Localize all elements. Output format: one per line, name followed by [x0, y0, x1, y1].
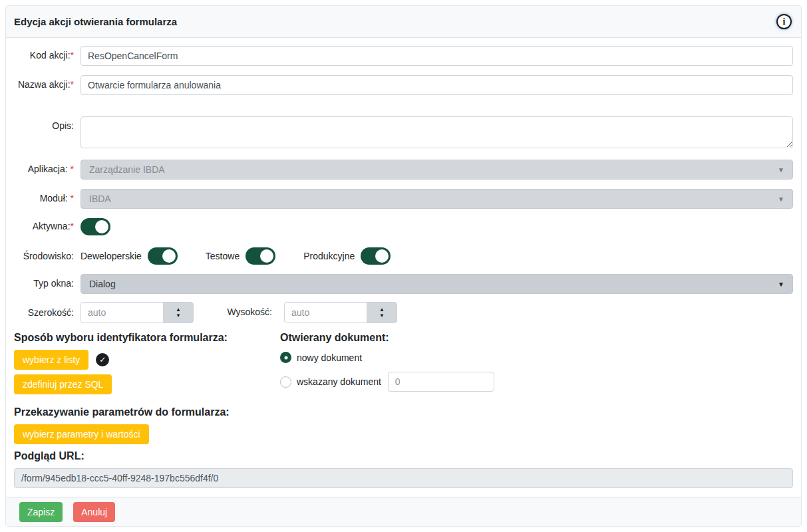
typ-okna-value: Dialog: [89, 279, 778, 289]
spinner-down-icon[interactable]: ▼: [176, 313, 181, 319]
typ-okna-select[interactable]: Dialog ▼: [81, 274, 793, 294]
nazwa-akcji-label: Nazwa akcji:*: [14, 75, 74, 91]
env-deweloperskie: Deweloperskie: [81, 247, 178, 265]
aplikacja-value: Zarządzanie IBDA: [89, 164, 778, 175]
modul-label: Moduł: *: [14, 189, 74, 205]
produkcyjne-toggle[interactable]: [361, 247, 391, 265]
szerokosc-spin-buttons: ▲ ▼: [164, 303, 193, 323]
required-asterisk: *: [71, 164, 74, 174]
parameters-section: Przekazywanie parametrów do formularza: …: [14, 406, 793, 444]
wskazany-dokument-label: wskazany dokument: [297, 376, 381, 387]
chevron-down-icon: ▼: [778, 166, 784, 174]
modul-value: IBDA: [89, 194, 778, 204]
row-opis: Opis:: [14, 116, 793, 150]
wybierz-parametry-button[interactable]: wybierz parametry i wartości: [14, 424, 149, 444]
sections-columns: Sposób wyboru identyfikatora formularza:…: [14, 332, 793, 400]
row-dimensions: Szerokość: ▲ ▼ Wysokość: ▲ ▼: [14, 302, 793, 323]
required-asterisk: *: [71, 50, 74, 61]
testowe-label: Testowe: [206, 251, 240, 261]
aktywna-toggle[interactable]: [81, 218, 110, 235]
parameters-heading: Przekazywanie parametrów do formularza:: [14, 406, 793, 418]
spinner-up-icon[interactable]: ▲: [379, 307, 385, 313]
wysokosc-spinner: ▲ ▼: [284, 302, 397, 323]
edit-action-panel: Edycja akcji otwierania formularza i Kod…: [5, 5, 802, 527]
wysokosc-spin-buttons: ▲ ▼: [367, 303, 397, 323]
check-icon: ✓: [96, 353, 109, 366]
szerokosc-spinner: ▲ ▼: [81, 302, 194, 323]
spinner-down-icon[interactable]: ▼: [379, 313, 385, 319]
produkcyjne-label: Produkcyjne: [303, 251, 355, 261]
row-modul: Moduł: * IBDA ▼: [14, 189, 793, 209]
szerokosc-label: Szerokość:: [14, 302, 74, 319]
document-section: Otwierany dokument: nowy dokument wskaza…: [280, 332, 793, 400]
zdefiniuj-przez-sql-button[interactable]: zdefiniuj przez SQL: [14, 374, 112, 394]
deweloperskie-label: Deweloperskie: [81, 251, 142, 261]
chevron-down-icon: ▼: [778, 196, 784, 203]
panel-header: Edycja akcji otwierania formularza i: [6, 6, 801, 38]
spinner-up-icon[interactable]: ▲: [176, 307, 181, 313]
row-kod-akcji: Kod akcji:*: [14, 46, 793, 66]
cancel-button[interactable]: Anuluj: [73, 502, 115, 522]
chevron-down-icon: ▼: [778, 281, 784, 288]
wysokosc-input[interactable]: [285, 303, 367, 323]
row-typ-okna: Typ okna: Dialog ▼: [14, 274, 793, 294]
required-asterisk: *: [71, 221, 74, 231]
nowy-dokument-option: nowy dokument: [280, 352, 793, 363]
page-title: Edycja akcji otwierania formularza: [14, 16, 177, 27]
testowe-toggle[interactable]: [245, 247, 275, 265]
nowy-dokument-label: nowy dokument: [297, 352, 362, 363]
identifier-section: Sposób wyboru identyfikatora formularza:…: [14, 332, 280, 400]
wybierz-z-listy-button[interactable]: wybierz z listy: [14, 350, 88, 370]
row-aktywna: Aktywna:*: [14, 218, 793, 235]
nowy-dokument-radio[interactable]: [280, 352, 291, 363]
env-testowe: Testowe: [206, 247, 275, 265]
save-button[interactable]: Zapisz: [19, 502, 63, 522]
opis-label: Opis:: [14, 116, 74, 132]
required-asterisk: *: [71, 193, 74, 203]
panel-footer: Zapisz Anuluj: [6, 497, 801, 526]
deweloperskie-toggle[interactable]: [148, 247, 178, 265]
aplikacja-label: Aplikacja: *: [14, 160, 74, 176]
wskazany-dokument-radio[interactable]: [280, 376, 291, 388]
row-aplikacja: Aplikacja: * Zarządzanie IBDA ▼: [14, 160, 793, 180]
aktywna-label: Aktywna:*: [14, 218, 74, 233]
env-produkcyjne: Produkcyjne: [303, 247, 391, 265]
row-nazwa-akcji: Nazwa akcji:*: [14, 75, 793, 95]
url-preview-heading: Podgląd URL:: [14, 450, 793, 462]
url-preview-value: /form/945edb18-ccc5-40ff-9248-197bc556df…: [14, 468, 793, 488]
document-id-input[interactable]: [388, 372, 494, 392]
opis-textarea[interactable]: [81, 116, 793, 148]
url-preview-section: Podgląd URL: /form/945edb18-ccc5-40ff-92…: [14, 450, 793, 488]
wysokosc-label: Wysokość:: [224, 307, 272, 319]
srodowisko-label: Środowisko:: [14, 247, 74, 263]
required-asterisk: *: [71, 79, 74, 90]
kod-akcji-input[interactable]: [81, 46, 793, 66]
form-body: Kod akcji:* Nazwa akcji:* Opis: Aplikacj…: [6, 38, 801, 497]
wskazany-dokument-option: wskazany dokument: [280, 372, 793, 392]
kod-akcji-label: Kod akcji:*: [14, 46, 74, 62]
modul-select[interactable]: IBDA ▼: [81, 189, 793, 209]
typ-okna-label: Typ okna:: [14, 274, 74, 290]
aplikacja-select[interactable]: Zarządzanie IBDA ▼: [81, 160, 793, 180]
row-srodowisko: Środowisko: Deweloperskie Testowe Produk…: [14, 247, 793, 265]
identifier-heading: Sposób wyboru identyfikatora formularza:: [14, 332, 280, 344]
document-heading: Otwierany dokument:: [280, 332, 793, 344]
szerokosc-input[interactable]: [81, 303, 164, 323]
nazwa-akcji-input[interactable]: [81, 75, 793, 95]
info-icon[interactable]: i: [776, 14, 792, 29]
